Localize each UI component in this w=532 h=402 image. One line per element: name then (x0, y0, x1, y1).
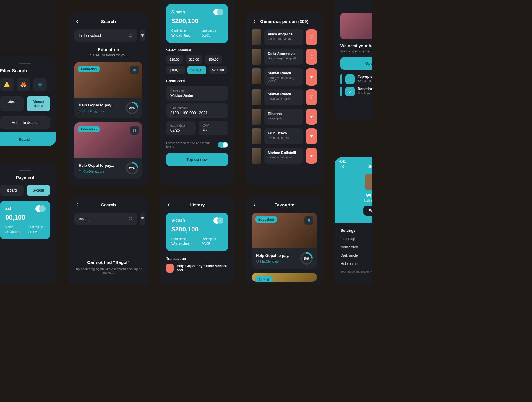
card-logo-icon (213, 217, 223, 224)
back-icon[interactable] (252, 19, 257, 24)
favourite-screen: Favourite Education Help Gopal to pay...… (246, 195, 323, 284)
back-icon[interactable] (74, 19, 80, 24)
cvv-field[interactable]: CVV••• (199, 121, 228, 135)
up-arrow-icon: ↑ (345, 74, 355, 84)
page-title: History (189, 202, 205, 207)
settings-heading: Settings (340, 228, 372, 233)
tab-scash[interactable]: S-cash (27, 185, 50, 196)
avatar (252, 68, 261, 84)
search-input-container[interactable] (74, 213, 137, 225)
reset-button[interactable]: Reset to default (0, 116, 50, 129)
topup-screen: S-cash $200,100 Card NameWildan Justin L… (160, 0, 234, 186)
person-item[interactable]: Edin DzekoI want to see you♥ (252, 128, 317, 144)
card-image: Education (252, 213, 317, 248)
person-item[interactable]: Slamet RiyadiI love you Gopal!♡ (252, 89, 317, 105)
back-icon[interactable] (252, 202, 257, 208)
filter-search-panel: Filter Search ⚠️ 🦊 ▦ atest Almost done R… (0, 56, 56, 146)
terms-toggle[interactable] (218, 142, 228, 148)
search-input[interactable] (79, 33, 128, 38)
hero-image (340, 13, 372, 39)
heart-icon[interactable]: ♡ (306, 49, 317, 65)
filter-search-button[interactable]: Search (0, 132, 56, 146)
card-logo-icon (35, 205, 46, 212)
avatar (252, 148, 261, 164)
number-field[interactable]: Card number3103 1180 9091 2021 (166, 103, 228, 118)
search-icon[interactable] (128, 33, 133, 38)
heart-icon[interactable]: ♥ (306, 148, 317, 164)
avatar (252, 128, 261, 144)
settings-item-hidename[interactable]: Hide name (340, 262, 372, 266)
nominal-chip[interactable]: $25,00 (186, 55, 203, 64)
page-title: Search (101, 19, 116, 24)
name-field[interactable]: Name cardWildan Justin (166, 86, 228, 100)
settings-item-language[interactable]: Language (340, 237, 372, 241)
result-card[interactable]: Education Help Gopal to pay... ⬡KitaOlen… (74, 122, 142, 179)
card-source: ⬡KitaOleng.com (79, 109, 114, 113)
nominal-chip[interactable]: $50,00 (205, 55, 222, 64)
avatar (365, 174, 372, 190)
filter-icon-fox[interactable]: 🦊 (17, 78, 30, 91)
nominal-chip[interactable]: $100,00 (166, 66, 185, 74)
bookmark-icon[interactable] (130, 66, 139, 74)
sort-latest[interactable]: atest (0, 96, 24, 111)
favourite-card[interactable]: Education Help Gopal to pay... ⬡KitaOlen… (252, 213, 317, 269)
edit-profile-button[interactable]: Edit p (363, 206, 372, 216)
back-icon[interactable] (340, 164, 346, 169)
notification-item[interactable]: ↑ Top-up su$200.00 alre (340, 74, 372, 84)
svg-point-1 (129, 217, 132, 220)
nominal-chip[interactable]: $150,00 (187, 66, 206, 74)
person-item[interactable]: Slamet Riyadidon't give up on life, love… (252, 68, 317, 86)
nominal-chip[interactable]: $10,00 (166, 55, 183, 64)
category-badge: Education (78, 66, 100, 72)
category-title: Education (74, 47, 142, 52)
search-input-container[interactable] (74, 29, 137, 42)
expiry-field[interactable]: Expiry date02/25 (166, 121, 196, 135)
payment-panel: Payment it card S-cash ash 00,100 Namean… (0, 163, 56, 284)
bookmark-icon[interactable] (130, 126, 139, 135)
drag-handle[interactable] (19, 170, 31, 171)
person-item[interactable]: Mariam BollatelliI want to help you!♥ (252, 148, 317, 164)
person-item[interactable]: RihannaKeep spirit!♥ (252, 109, 317, 125)
card-source: ⬡KitaOleng.com (256, 260, 291, 263)
sort-almost-done[interactable]: Almost done (27, 96, 50, 111)
settings-item-darkmode[interactable]: Dark mode (340, 253, 372, 257)
open-donation-button[interactable]: Open do (340, 57, 372, 70)
heart-icon[interactable]: ♥ (306, 128, 317, 144)
page-title: Generous person (399) (260, 19, 308, 24)
settings-item-notification[interactable]: Notification (340, 245, 372, 249)
payment-title: Payment (0, 175, 50, 180)
heart-icon[interactable]: ♥ (306, 109, 317, 125)
transaction-item[interactable]: Help Gopal pay tuition school and... (166, 264, 228, 273)
filter-icon[interactable] (140, 213, 145, 225)
nominal-options: $10,00 $25,00 $50,00 $100,00 $150,00 $20… (166, 55, 228, 74)
filter-icon-grid[interactable]: ▦ (33, 78, 47, 91)
favourite-card[interactable]: Animal (252, 273, 317, 282)
search-input[interactable] (79, 217, 128, 221)
heart-icon[interactable]: ♥ (306, 68, 317, 86)
nominal-chip[interactable]: $200,00 (209, 66, 228, 74)
card-title: Help Gopal to pay... (79, 103, 114, 107)
settings-footer: Your name and prayer will (340, 270, 372, 273)
card-image: Education (74, 62, 142, 98)
settings-screen: 9:41 Setti Wildan justinbaby@ Edit p Set… (335, 157, 372, 284)
back-icon[interactable] (166, 202, 171, 208)
bookmark-icon[interactable] (304, 216, 313, 225)
person-item[interactable]: Della AbramovicGopal keep the spirit!♡ (252, 49, 317, 65)
topup-button[interactable]: Top up now (166, 153, 228, 166)
help-title: We need your help! (340, 43, 372, 48)
category-badge: Animal (255, 276, 272, 282)
filter-icon-warning[interactable]: ⚠️ (0, 78, 14, 91)
person-item[interactable]: Visca AngelicaGood luck, Gopal!♡ (252, 29, 317, 45)
tab-credit-card[interactable]: it card (0, 185, 24, 196)
heart-icon[interactable]: ♡ (306, 29, 317, 45)
help-subtitle: Your help is very valuab (340, 49, 372, 53)
result-card[interactable]: Education Help Gopal to pay... ⬡KitaOlen… (74, 62, 142, 118)
notification-item[interactable]: ✓ Donation HThank you, b (340, 87, 372, 96)
back-icon[interactable] (74, 202, 80, 208)
drag-handle[interactable] (19, 63, 31, 64)
search-empty-screen: Search Cannot find "Bagol" Try searching… (69, 195, 148, 284)
heart-icon[interactable]: ♡ (306, 89, 317, 105)
search-icon[interactable] (128, 216, 133, 221)
filter-icon[interactable] (140, 29, 145, 42)
card-image: Education (74, 122, 142, 158)
